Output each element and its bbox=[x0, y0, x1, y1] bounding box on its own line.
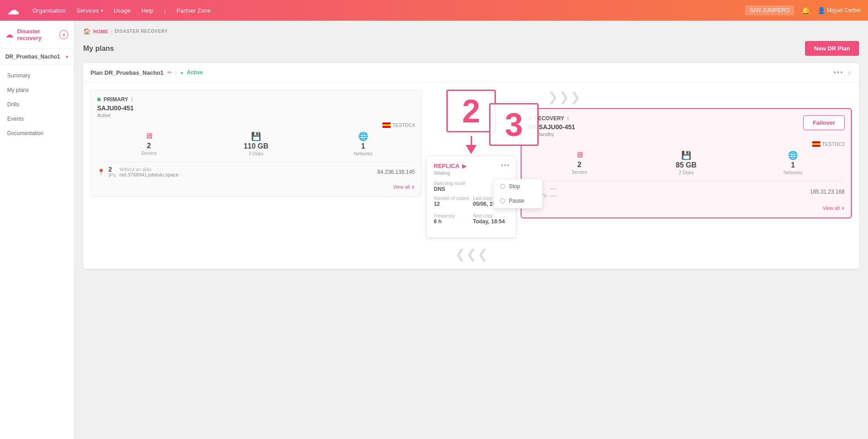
recovery-networks-stat: 🌐 1 Networks bbox=[742, 150, 845, 175]
recovery-ip-row: 📍 2 IP's — — 185.31.23.168 bbox=[528, 181, 845, 203]
recovery-disks-stat: 💾 85 GB 2 Disks bbox=[634, 150, 738, 175]
annotation-2-box: 2 bbox=[446, 90, 496, 132]
location-selector[interactable]: SAN JUNIPERO bbox=[745, 5, 794, 15]
primary-box: PRIMARY ℹ SAJU00-451 Active TESTDC4 🖥 2 … bbox=[90, 90, 422, 197]
plan-card: Plan DR_Pruebas_Nacho1 ✏ | ● Active ••• … bbox=[83, 63, 859, 269]
nav-usage[interactable]: Usage bbox=[114, 7, 131, 14]
nav-services[interactable]: Services ▾ bbox=[76, 7, 103, 14]
servers-icon: 🖥 bbox=[145, 131, 153, 141]
recovery-box: RECOVERY ℹ DR SAJU00-451 On Standby Fail… bbox=[521, 108, 852, 218]
recovery-view-all[interactable]: View all ∨ bbox=[528, 205, 845, 211]
top-nav: ☁ Organisation Services ▾ Usage Help | P… bbox=[0, 0, 868, 21]
recovery-disks-icon: 💾 bbox=[681, 150, 691, 160]
replica-play-icon: ▶ bbox=[462, 163, 466, 169]
plan-selector[interactable]: DR_Pruebas_Nacho1 ▾ bbox=[0, 49, 74, 65]
plan-card-header: Plan DR_Pruebas_Nacho1 ✏ | ● Active ••• … bbox=[83, 63, 859, 82]
breadcrumb-separator: / bbox=[111, 29, 112, 34]
primary-ip-row: 📍 2 IP's Without an alias net.3768941.jo… bbox=[97, 162, 415, 181]
sidebar-item-events[interactable]: Events bbox=[0, 112, 74, 126]
sidebar-item-documentation[interactable]: Documentation bbox=[0, 126, 74, 140]
sidebar-item-my-plans[interactable]: My plans bbox=[0, 83, 74, 97]
page-title: My plans bbox=[83, 45, 114, 53]
plan-name-label: Plan DR_Pruebas_Nacho1 bbox=[90, 69, 164, 76]
sidebar-menu: Summary My plans Drills Events Documenta… bbox=[0, 65, 74, 144]
plan-more-button[interactable]: ••• bbox=[833, 68, 844, 77]
add-plan-button[interactable]: + bbox=[59, 30, 68, 39]
primary-disks-stat: 💾 110 GB 3 Disks bbox=[204, 131, 308, 156]
annotation-3-box: 3 bbox=[489, 103, 539, 146]
flow-arrows-right: ❯ ❯ ❯ bbox=[548, 90, 852, 104]
annotation-3-number: 3 bbox=[505, 109, 523, 141]
recovery-info-icon[interactable]: ℹ bbox=[567, 116, 569, 122]
primary-servers-stat: 🖥 2 Servers bbox=[97, 131, 201, 156]
recovery-networks-icon: 🌐 bbox=[788, 150, 798, 160]
stop-radio bbox=[500, 184, 505, 189]
edit-plan-icon[interactable]: ✏ bbox=[167, 69, 172, 76]
sidebar-header: ☁ Disaster recovery + bbox=[0, 21, 74, 49]
primary-info-icon[interactable]: ℹ bbox=[131, 97, 133, 103]
app-logo: ☁ bbox=[7, 4, 19, 18]
new-dr-plan-button[interactable]: New DR Plan bbox=[805, 41, 859, 56]
recovery-flag-row: TESTDC3 bbox=[528, 141, 845, 147]
primary-status-dot bbox=[97, 98, 101, 101]
flow-arrows-left: ❮ ❮ ❮ bbox=[455, 247, 488, 262]
main-layout: ☁ Disaster recovery + DR_Pruebas_Nacho1 … bbox=[0, 21, 868, 439]
primary-stats: 🖥 2 Servers 💾 110 GB 3 Disks 🌐 1 bbox=[97, 131, 415, 156]
nav-links: Organisation Services ▾ Usage Help | Par… bbox=[32, 7, 745, 14]
failover-button[interactable]: Failover bbox=[803, 115, 845, 130]
bell-icon[interactable]: 🔔 bbox=[801, 6, 810, 15]
sidebar-item-drills[interactable]: Drills bbox=[0, 97, 74, 112]
disaster-recovery-icon: ☁ bbox=[5, 30, 13, 40]
primary-networks-stat: 🌐 1 Networks bbox=[311, 131, 415, 156]
page-header: My plans New DR Plan bbox=[83, 41, 859, 56]
flag-icon bbox=[382, 122, 391, 128]
context-menu: Stop Pause bbox=[493, 179, 543, 208]
breadcrumb: 🏠 HOME / DISASTER RECOVERY bbox=[83, 28, 859, 35]
replica-title: REPLICA ▶ bbox=[434, 163, 508, 169]
networks-icon: 🌐 bbox=[358, 131, 368, 141]
nav-organisation[interactable]: Organisation bbox=[32, 7, 66, 14]
breadcrumb-home[interactable]: HOME bbox=[93, 29, 108, 34]
main-content: 🏠 HOME / DISASTER RECOVERY My plans New … bbox=[74, 21, 868, 439]
replica-frequency-row: Frequency 6 h Next copy Today, 18:54 bbox=[434, 213, 508, 228]
chevron-down-icon: ▾ bbox=[66, 54, 68, 60]
nav-help[interactable]: Help bbox=[141, 7, 153, 14]
breadcrumb-current: DISASTER RECOVERY bbox=[115, 29, 168, 34]
recovery-servers-icon: 🖥 bbox=[576, 150, 584, 160]
primary-view-all[interactable]: View all ∨ bbox=[97, 184, 415, 190]
primary-status: Active bbox=[97, 113, 415, 118]
ip-icon: 📍 bbox=[97, 168, 105, 176]
recovery-wrapper: 3 ❯ ❯ ❯ RECOVERY bbox=[521, 90, 852, 218]
annotation-arrow bbox=[466, 136, 477, 154]
nav-right: SAN JUNIPERO 🔔 👤 Miguel Cerber bbox=[745, 5, 861, 15]
plan-grid: PRIMARY ℹ SAJU00-451 Active TESTDC4 🖥 2 … bbox=[83, 82, 859, 269]
replica-more-button[interactable]: ••• bbox=[501, 162, 510, 169]
primary-server: SAJU00-451 bbox=[97, 104, 415, 112]
recovery-flag-icon bbox=[812, 141, 820, 147]
plan-selector-name: DR_Pruebas_Nacho1 bbox=[5, 54, 60, 60]
home-icon: 🏠 bbox=[83, 28, 90, 35]
replica-status: Waiting bbox=[434, 170, 508, 176]
user-name[interactable]: 👤 Miguel Cerber bbox=[818, 7, 861, 14]
context-menu-stop[interactable]: Stop bbox=[494, 179, 542, 194]
sidebar-title: Disaster recovery bbox=[17, 28, 56, 41]
sidebar-item-summary[interactable]: Summary bbox=[0, 68, 74, 83]
context-menu-pause[interactable]: Pause bbox=[494, 194, 542, 208]
pause-radio bbox=[500, 198, 505, 204]
recovery-servers-stat: 🖥 2 Servers bbox=[528, 150, 631, 175]
primary-flag-row: TESTDC4 bbox=[97, 122, 415, 128]
status-dot: ● bbox=[180, 70, 183, 75]
plan-collapse-button[interactable]: ∧ bbox=[847, 69, 852, 76]
plan-status: Active bbox=[187, 69, 203, 76]
sidebar: ☁ Disaster recovery + DR_Pruebas_Nacho1 … bbox=[0, 21, 74, 439]
primary-title: PRIMARY ℹ bbox=[97, 96, 415, 103]
disks-icon: 💾 bbox=[251, 131, 261, 141]
replica-box: REPLICA ▶ ••• Waiting Switching mode DNS… bbox=[426, 156, 516, 238]
nav-partner-zone[interactable]: Partner Zone bbox=[176, 7, 211, 14]
recovery-stats: 🖥 2 Servers 💾 85 GB 2 Disks 🌐 bbox=[528, 150, 845, 175]
annotation-2-number: 2 bbox=[462, 95, 480, 127]
